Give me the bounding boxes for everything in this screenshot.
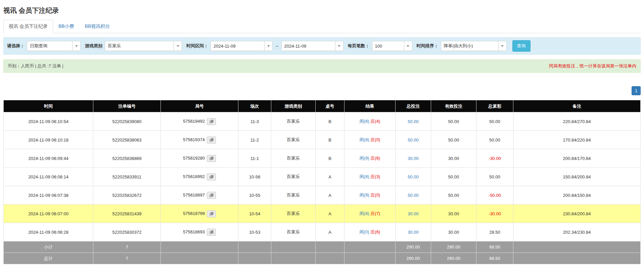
total-bet-link[interactable]: 30.00 bbox=[408, 156, 419, 161]
valid-bet-cell: 50.00 bbox=[431, 186, 476, 205]
round-replay-button[interactable] bbox=[207, 210, 216, 217]
page-size-select[interactable]: 100 bbox=[372, 41, 412, 51]
table-no-cell: A bbox=[316, 223, 344, 241]
result-player: 闲(8) bbox=[360, 174, 369, 179]
round-no: 575618992 bbox=[183, 174, 205, 179]
table-no-cell: A bbox=[316, 205, 344, 223]
column-header-game-type: 游戏类别 bbox=[271, 100, 316, 112]
sort-label: 时间排序： bbox=[417, 43, 439, 49]
column-header-valid-bet: 有效投注 bbox=[431, 100, 476, 112]
game-type-select[interactable]: 百家乐 bbox=[105, 41, 182, 51]
sort-select[interactable]: 降幂(由大到小) bbox=[441, 41, 507, 51]
round-no: 575619374 bbox=[183, 137, 205, 142]
session-cell: 10-55 bbox=[238, 186, 271, 205]
total-row: 总计 7 290.00 290.00 68.50 bbox=[4, 253, 641, 264]
total-bet-cell: 30.00 bbox=[396, 223, 431, 241]
note-cell: 150.84/200.84 bbox=[513, 168, 641, 186]
round-no: 575618897 bbox=[183, 192, 205, 197]
bet-no-cell: 522025833911 bbox=[93, 168, 161, 186]
round-replay-button[interactable] bbox=[207, 118, 216, 125]
game-type-cell: 百家乐 bbox=[271, 205, 316, 223]
result-player: 闲(6) bbox=[360, 119, 369, 124]
subtotal-valid-bet-cell: 290.00 bbox=[431, 241, 476, 253]
table-no-cell: B bbox=[316, 112, 344, 131]
betting-records-table: 时间 注单编号 局号 场次 游戏类别 桌号 结果 总投注 有效投注 总派彩 备注… bbox=[3, 100, 641, 264]
payout-cell: -50.00 bbox=[476, 186, 513, 205]
empty-cell bbox=[238, 253, 271, 264]
empty-cell bbox=[344, 241, 396, 253]
game-type-cell: 百家乐 bbox=[271, 112, 316, 131]
tab-bb-tips[interactable]: BB小费 bbox=[53, 20, 80, 33]
column-header-total-bet: 总投注 bbox=[396, 100, 431, 112]
round-no: 575619492 bbox=[183, 118, 205, 123]
result-player: 闲(8) bbox=[360, 211, 369, 216]
column-header-table-no: 桌号 bbox=[316, 100, 344, 112]
valid-bet-cell: 50.00 bbox=[431, 131, 476, 149]
round-replay-button[interactable] bbox=[207, 155, 216, 162]
total-bet-cell: 30.00 bbox=[396, 149, 431, 168]
total-bet-link[interactable]: 50.00 bbox=[408, 174, 419, 179]
empty-cell bbox=[316, 253, 344, 264]
empty-cell bbox=[238, 241, 271, 253]
time-cell: 2024-11-09 06:10:54 bbox=[4, 112, 93, 131]
tab-betting-records[interactable]: 视讯 会员下注纪录 bbox=[3, 20, 53, 33]
table-row-highlighted: 2024-11-09 06:07:00 522025831439 5756187… bbox=[4, 205, 641, 223]
column-header-bet-no: 注单编号 bbox=[93, 100, 161, 112]
total-bet-link[interactable]: 50.00 bbox=[408, 119, 419, 124]
time-cell: 2024-11-09 06:10:18 bbox=[4, 131, 93, 149]
round-no-cell: 575618693 bbox=[161, 223, 238, 241]
empty-cell bbox=[161, 253, 238, 264]
total-bet-cell: 30.00 bbox=[396, 205, 431, 223]
valid-bet-cell: 30.00 bbox=[431, 205, 476, 223]
table-row: 2024-11-09 06:07:38 522025832672 5756188… bbox=[4, 186, 641, 205]
total-bet-link[interactable]: 30.00 bbox=[408, 230, 419, 235]
game-type-cell: 百家乐 bbox=[271, 149, 316, 168]
game-type-cell: 百家乐 bbox=[271, 186, 316, 205]
cards-icon bbox=[209, 156, 214, 161]
result-banker: 庄(7) bbox=[370, 211, 380, 216]
total-bet-link[interactable]: 50.00 bbox=[408, 138, 419, 143]
valid-bet-cell: 50.00 bbox=[431, 112, 476, 131]
chevron-down-icon bbox=[498, 41, 506, 51]
cards-icon bbox=[209, 175, 214, 179]
table-row: 2024-11-09 06:10:54 522025839080 5756194… bbox=[4, 112, 641, 131]
time-range-label: 时间区间： bbox=[186, 43, 208, 49]
total-bet-link[interactable]: 30.00 bbox=[408, 211, 419, 216]
date-to-select[interactable]: 2024-11-09 bbox=[281, 41, 343, 51]
total-bet-cell: 50.00 bbox=[396, 112, 431, 131]
round-replay-button[interactable] bbox=[207, 192, 216, 199]
note-cell: 220.84/270.84 bbox=[513, 112, 641, 131]
total-label-cell: 总计 bbox=[4, 253, 93, 264]
round-no-cell: 575618992 bbox=[161, 168, 238, 186]
round-no-cell: 575618897 bbox=[161, 186, 238, 205]
query-type-label: 请选择： bbox=[7, 43, 25, 49]
tab-bb-video-points[interactable]: BB视讯积分 bbox=[80, 20, 116, 33]
game-type-cell: 百家乐 bbox=[271, 131, 316, 149]
query-type-select[interactable]: 日期查询 bbox=[27, 41, 81, 51]
total-payout-cell: 68.50 bbox=[476, 253, 513, 264]
table-row: 2024-11-09 06:09:44 522025836869 5756192… bbox=[4, 149, 641, 168]
chevron-down-icon bbox=[335, 41, 343, 51]
total-bet-link[interactable]: 50.00 bbox=[408, 193, 419, 198]
date-from-select[interactable]: 2024-11-09 bbox=[211, 41, 273, 51]
table-row: 2024-11-09 06:08:14 522025833911 5756189… bbox=[4, 168, 641, 186]
round-no-cell: 575619374 bbox=[161, 131, 238, 149]
result-banker: 庄(6) bbox=[370, 156, 380, 161]
round-replay-button[interactable] bbox=[207, 173, 216, 180]
round-replay-button[interactable] bbox=[207, 229, 216, 236]
bet-no-cell: 522025836869 bbox=[93, 149, 161, 168]
page-1-button[interactable]: 1 bbox=[632, 86, 641, 95]
payout-cell: 50.00 bbox=[476, 131, 513, 149]
bet-no-cell: 522025832672 bbox=[93, 186, 161, 205]
note-cell: 202.34/230.84 bbox=[513, 223, 641, 241]
total-bet-cell: 50.00 bbox=[396, 168, 431, 186]
page-title: 视讯 会员下注纪录 bbox=[3, 6, 641, 15]
bet-no-cell: 522025838063 bbox=[93, 131, 161, 149]
session-cell: 11-1 bbox=[238, 149, 271, 168]
result-cell: 闲(0) 庄(6) bbox=[344, 223, 396, 241]
valid-bet-cell: 50.00 bbox=[431, 168, 476, 186]
payout-cell: 50.00 bbox=[476, 112, 513, 131]
search-button[interactable]: 查询 bbox=[512, 40, 531, 52]
result-banker: 庄(0) bbox=[370, 192, 380, 198]
round-replay-button[interactable] bbox=[207, 136, 216, 144]
